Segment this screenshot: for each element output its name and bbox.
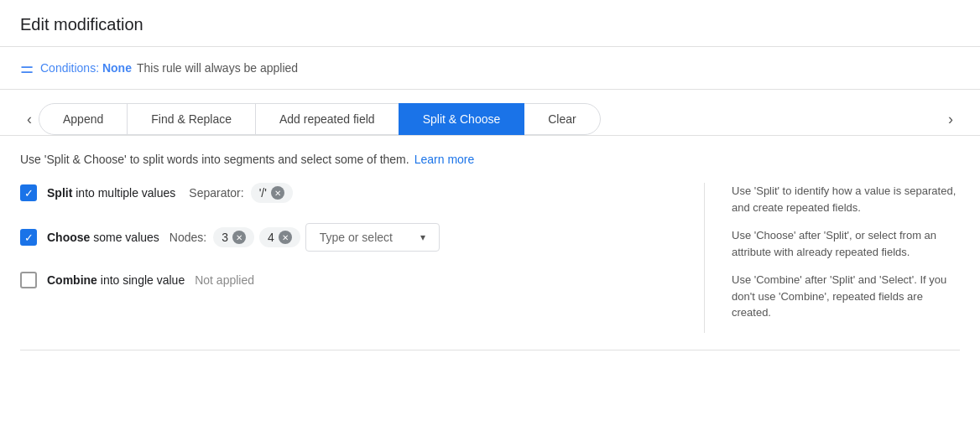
combine-checkbox[interactable] [20,272,37,288]
content-grid: ✓ Split into multiple values Separator: … [20,183,960,333]
tab-add-repeated[interactable]: Add repeated field [255,103,399,135]
node-3-value: 3 [222,231,228,244]
bottom-divider [20,350,960,351]
separator-value: '/' [259,186,267,200]
combine-label: Combine into single value [47,273,185,287]
combine-label-strong: Combine [47,273,97,287]
dropdown-arrow-icon: ▾ [420,231,425,243]
nodes-area: Nodes: 3 ✕ 4 ✕ Type or select ▾ [169,223,440,252]
split-label-strong: Split [47,186,72,200]
conditions-description: This rule will always be applied [137,61,298,75]
tabs-prev-button[interactable]: ‹ [20,108,39,130]
page-container: Edit modification ⚌ Conditions: None Thi… [0,0,980,431]
split-checkbox[interactable]: ✓ [20,184,37,201]
description-row: Use 'Split & Choose' to split words into… [20,153,960,166]
choose-checkbox[interactable]: ✓ [20,229,37,246]
choose-label: Choose some values [47,231,159,244]
node-4-close[interactable]: ✕ [279,231,292,244]
tabs-row: Append Find & Replace Add repeated field… [39,103,941,135]
node-3-close[interactable]: ✕ [232,231,246,244]
option-choose-row: ✓ Choose some values Nodes: 3 ✕ 4 [20,223,657,252]
option-combine-row: Combine into single value Not applied [20,272,657,288]
tab-split-choose[interactable]: Split & Choose [399,103,525,135]
separator-label: Separator: [189,186,243,200]
dropdown-placeholder: Type or select [320,231,393,244]
node-4-value: 4 [268,231,274,244]
conditions-none: None [102,61,132,75]
description-text: Use 'Split & Choose' to split words into… [20,153,409,166]
conditions-bar: ⚌ Conditions: None This rule will always… [0,47,980,90]
page-title: Edit modification [20,15,960,34]
right-panel-item-3: Use 'Combine' after 'Split' and 'Select'… [732,272,960,321]
tabs-next-button[interactable]: › [941,108,960,130]
learn-more-link[interactable]: Learn more [414,153,475,166]
conditions-label: Conditions: None [40,61,132,75]
right-panel: Use 'Split' to identify how a value is s… [725,183,960,333]
choose-checkmark: ✓ [24,232,34,243]
split-label: Split into multiple values [47,186,175,200]
nodes-label: Nodes: [169,231,206,244]
separator-chip: '/' ✕ [251,183,293,203]
split-label-suffix: into multiple values [76,186,175,200]
split-checkmark: ✓ [24,188,34,199]
option-split-row: ✓ Split into multiple values Separator: … [20,183,657,203]
tab-append[interactable]: Append [39,103,128,135]
conditions-label-text: Conditions: [40,61,99,75]
tabs-section: ‹ Append Find & Replace Add repeated fie… [0,90,980,136]
node-chip-4: 4 ✕ [259,227,300,247]
tab-find-replace[interactable]: Find & Replace [127,103,256,135]
left-panel: ✓ Split into multiple values Separator: … [20,183,684,333]
header: Edit modification [0,0,980,47]
tab-clear[interactable]: Clear [524,103,600,135]
main-content: Use 'Split & Choose' to split words into… [0,136,980,364]
choose-label-strong: Choose [47,231,90,244]
separator-area: Separator: '/' ✕ [189,183,293,203]
nodes-dropdown[interactable]: Type or select ▾ [305,223,440,252]
node-chip-3: 3 ✕ [213,227,254,247]
choose-label-suffix: some values [93,231,159,244]
right-panel-item-1: Use 'Split' to identify how a value is s… [732,183,960,216]
separator-chip-close[interactable]: ✕ [271,186,284,200]
filter-icon: ⚌ [20,59,34,77]
right-panel-item-2: Use 'Choose' after 'Split', or select fr… [732,227,960,260]
combine-label-suffix: into single value [101,273,185,287]
not-applied-text: Not applied [195,273,254,287]
vertical-divider [704,183,705,333]
